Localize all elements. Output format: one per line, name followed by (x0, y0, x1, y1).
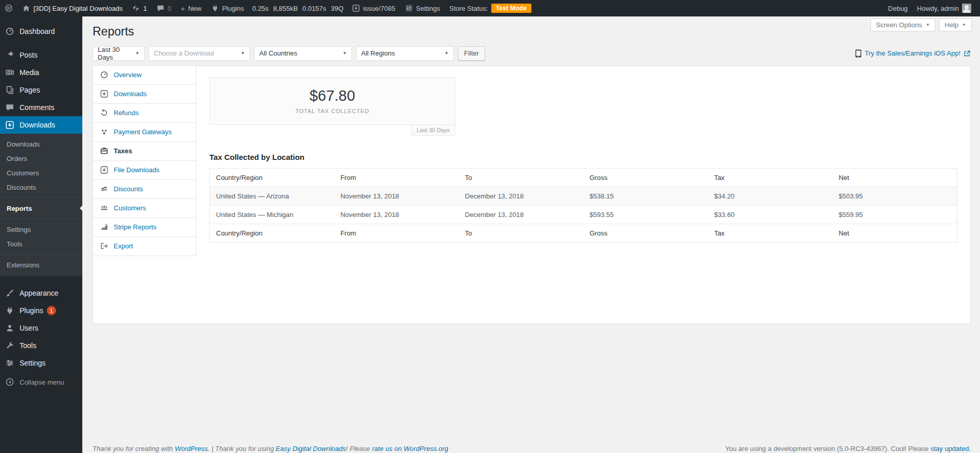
store-status-label: Store Status: (450, 5, 488, 12)
export-icon (100, 242, 109, 250)
download-select[interactable]: Choose a Download ▼ (149, 46, 250, 61)
query-monitor-stats[interactable]: 0.25s 8,855kB 0.0157s 39Q (248, 5, 347, 12)
column-header: To (459, 168, 583, 187)
stay-updated-link[interactable]: stay updated (931, 445, 969, 452)
submenu-divider (0, 254, 82, 255)
tax-location-table: Country/Region From To Gross Tax Net Uni… (209, 168, 957, 243)
reports-nav: Overview Downloads Refunds Payment Gatew… (93, 66, 197, 256)
sidebar-item-appearance[interactable]: Appearance (0, 284, 82, 302)
footer-text: Thank you for creating with (93, 445, 175, 452)
updates-menu[interactable]: 1 (127, 0, 151, 16)
store-status-menu[interactable]: Store Status: Test Mode (445, 0, 536, 16)
submenu-item-downloads[interactable]: Downloads (0, 137, 82, 151)
submenu-label: Customers (7, 169, 39, 177)
sidebar-item-tools[interactable]: Tools (0, 337, 82, 354)
report-tab-label: Overview (114, 71, 141, 79)
column-header: Gross (583, 168, 708, 187)
tax-tile-box: $67.80 TOTAL TAX COLLECTED (209, 77, 455, 125)
report-tab-overview[interactable]: Overview (93, 65, 197, 85)
ios-app-link[interactable]: Try the Sales/Earnings iOS App! (855, 49, 971, 58)
report-tab-export[interactable]: Export (93, 237, 197, 256)
report-tab-taxes[interactable]: Taxes (93, 141, 197, 161)
wrench-icon (4, 340, 15, 351)
sidebar-item-settings[interactable]: Settings (0, 354, 82, 372)
sidebar-item-posts[interactable]: Posts (0, 46, 82, 64)
howdy-text: Howdy, admin (917, 5, 959, 12)
new-label: New (188, 5, 202, 12)
sidebar-item-plugins[interactable]: Plugins 1 (0, 302, 82, 319)
filter-button[interactable]: Filter (458, 46, 485, 61)
wordpress-logo-menu[interactable] (0, 0, 17, 16)
cell-tax: $34.20 (708, 187, 832, 205)
edd-link[interactable]: Easy Digital Downloads (276, 445, 346, 452)
submenu-divider (0, 197, 82, 198)
tickets-icon (100, 185, 109, 193)
country-select[interactable]: All Countries ▼ (254, 46, 352, 61)
qm-page-time: 0.25s (252, 5, 269, 12)
wordpress-link[interactable]: WordPress (175, 445, 208, 452)
phone-icon (855, 49, 862, 58)
submenu-label: Downloads (7, 140, 40, 148)
rate-link[interactable]: rate us on WordPress.org (372, 445, 448, 452)
date-range-select[interactable]: Last 30 Days ▼ (93, 46, 145, 61)
sidebar-item-users[interactable]: Users (0, 319, 82, 337)
report-filters: Last 30 Days ▼ Choose a Download ▼ All C… (93, 46, 971, 61)
column-footer: To (459, 224, 583, 242)
report-tab-label: Downloads (114, 90, 147, 98)
collapse-menu-button[interactable]: Collapse menu (0, 373, 82, 391)
report-tab-refunds[interactable]: Refunds (93, 103, 197, 123)
screen-options-button[interactable]: Screen Options ▼ (870, 19, 936, 31)
region-select[interactable]: All Regions ▼ (356, 46, 454, 61)
submenu-label: Discounts (7, 184, 36, 191)
sidebar-label: Tools (20, 341, 37, 350)
new-content-menu[interactable]: + New (176, 0, 206, 16)
overview-icon (100, 70, 109, 79)
sidebar-item-pages[interactable]: Pages (0, 81, 82, 99)
column-header: From (334, 168, 459, 187)
my-account-menu[interactable]: Howdy, admin (913, 0, 976, 16)
sidebar-item-media[interactable]: Media (0, 64, 82, 81)
help-button[interactable]: Help ▼ (939, 19, 972, 31)
submenu-item-orders[interactable]: Orders (0, 151, 82, 166)
report-tab-label: File Downloads (114, 166, 159, 174)
tile-range-tab: Last 30 Days (411, 125, 455, 136)
plugins-update-badge: 1 (47, 306, 56, 315)
submenu-item-reports[interactable]: Reports (0, 201, 82, 215)
submenu-divider (0, 219, 82, 219)
report-tab-discounts[interactable]: Discounts (93, 179, 197, 199)
submenu-item-extensions[interactable]: Extensions (0, 258, 82, 272)
sidebar-item-comments[interactable]: Comments (0, 99, 82, 116)
admin-menu: Dashboard Posts Media Pages Comments Dow… (0, 16, 82, 453)
reports-panel: Overview Downloads Refunds Payment Gatew… (93, 66, 971, 324)
admin-bar: [3DD] Easy Digital Downloads 1 0 + New P… (0, 0, 980, 16)
submenu-item-tools[interactable]: Tools (0, 237, 82, 251)
plugins-menu[interactable]: Plugins (206, 0, 249, 16)
settings-menu[interactable]: Settings (400, 0, 445, 16)
country-value: All Countries (259, 49, 297, 57)
submenu-item-discounts[interactable]: Discounts (0, 180, 82, 194)
table-row: United States — Arizona November 13, 201… (210, 187, 957, 205)
sidebar-item-dashboard[interactable]: Dashboard (0, 23, 82, 40)
report-tab-payment-gateways[interactable]: Payment Gateways (93, 122, 197, 142)
submenu-item-customers[interactable]: Customers (0, 166, 82, 180)
report-tab-stripe-reports[interactable]: Stripe Reports (93, 218, 197, 237)
cell-tax: $33.60 (708, 205, 832, 224)
footer-text: . | Thank you for using (208, 445, 276, 452)
sidebar-label: Settings (20, 359, 46, 367)
media-icon (4, 67, 15, 78)
report-tab-customers[interactable]: Customers (93, 198, 197, 218)
report-tab-label: Customers (114, 204, 146, 212)
debug-menu[interactable]: Debug (883, 0, 912, 16)
report-tab-file-downloads[interactable]: File Downloads (93, 160, 197, 180)
submenu-item-settings[interactable]: Settings (0, 222, 82, 237)
site-name-menu[interactable]: [3DD] Easy Digital Downloads (17, 0, 127, 16)
version-text: You are using a development version (5.0… (725, 445, 931, 452)
sidebar-item-downloads[interactable]: Downloads (0, 116, 82, 134)
git-branch-menu[interactable]: issue/7085 (347, 0, 400, 16)
report-tab-downloads[interactable]: Downloads (93, 84, 197, 104)
cell-gross: $538.15 (583, 187, 708, 205)
comments-menu[interactable]: 0 (152, 0, 176, 16)
report-tab-label: Export (114, 242, 133, 250)
sliders-icon (405, 4, 413, 12)
external-link-icon (964, 50, 971, 57)
